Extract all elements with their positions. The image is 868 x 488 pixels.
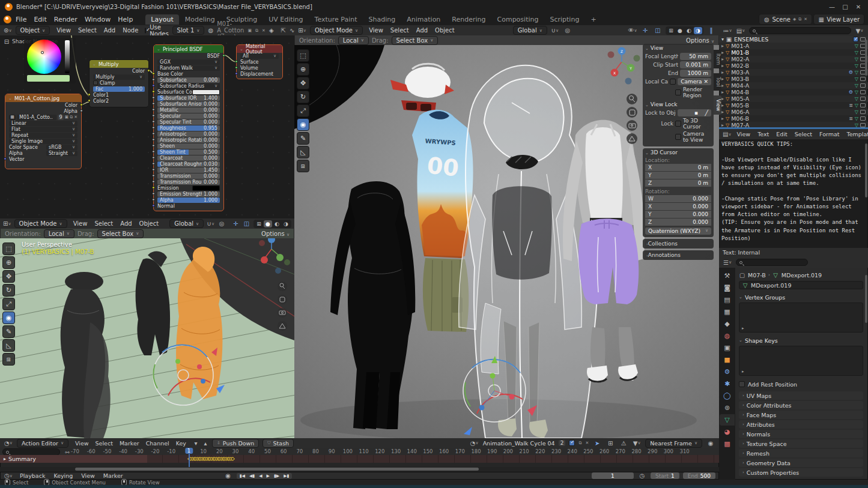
image-fake-user-icon[interactable]: ▣ [65,115,69,119]
frame-start-field[interactable]: Start1 [651,472,679,479]
properties-tab-particles-icon[interactable]: ✱ [720,378,735,390]
tool-cursor-button[interactable]: ⊕ [2,256,15,269]
workspace-tab-scripting[interactable]: Scripting [544,14,584,25]
cursor-axis-y[interactable]: Y0.000 [645,211,711,218]
menu-file[interactable]: File [13,15,29,24]
bsdf-row-specular[interactable]: Specular0.000 [154,113,223,119]
scene-pin-icon[interactable]: ◈ [793,17,796,22]
panel-texture-space[interactable]: ›Texture Space [739,439,863,448]
menu-view[interactable]: View [72,439,92,447]
jump-to-end-button[interactable]: ▶▮ [282,473,291,479]
outliner-scrollbar[interactable] [865,40,867,76]
field-end[interactable]: 1000 m [680,70,711,77]
view-panel-header[interactable]: ⌄ View [645,45,711,51]
breadcrumb-data[interactable]: MDexport.019 [782,272,822,279]
field-clip-start[interactable]: 0.001 m [680,61,711,68]
properties-tab-view-layer-icon[interactable]: ▦ [720,306,735,318]
menu-node[interactable]: Node [120,26,141,34]
image-name-field[interactable]: M01-A_Cotto.. [17,115,56,120]
properties-search-input[interactable] [736,259,808,266]
outliner-item-m06-a[interactable]: ▸▽M06-A▽ [719,109,868,115]
menu-add[interactable]: Add [117,220,135,227]
lock-3d-cursor-checkbox[interactable] [675,121,681,127]
menu-key[interactable]: Key [173,439,189,447]
maximize-button[interactable]: □ [840,2,850,11]
select-flat[interactable]: Flat∨ [9,127,77,132]
text-scrollbar[interactable] [865,143,867,197]
object-visibility-icon[interactable]: 👁∨ [628,26,637,35]
orientation-select[interactable]: Local∨ [44,229,74,238]
shading-rendered-icon[interactable]: ◑ [694,27,702,34]
menu-channel[interactable]: Channel [143,439,172,447]
camera-field[interactable]: Camera ✕ [678,78,711,85]
layer-up-icon[interactable]: ▾ [193,439,199,447]
add-rest-position-checkbox[interactable] [739,381,745,387]
options-button[interactable]: Options ∨ [686,37,714,44]
properties-tab-scene-icon[interactable]: ◆ [720,318,735,330]
bsdf-row-sheen[interactable]: Sheen0.000 [154,143,223,149]
screen-visibility-icon[interactable] [860,90,866,94]
display-mode-icon[interactable]: ▤∨ [736,26,745,35]
bsdf-row-base-color[interactable]: Base Color [154,71,223,77]
cursor-panel-header[interactable]: ⌄ 3D Cursor [645,149,711,155]
menu-window[interactable]: Window [82,15,114,24]
only-selected-icon[interactable]: ➤ [592,439,602,447]
screen-visibility-icon[interactable] [860,103,866,107]
unlink-material-icon[interactable]: ✕ [262,28,266,33]
sidebar-tab-item[interactable]: Item [714,50,721,68]
play-reverse-button[interactable]: ◀ [257,473,264,479]
editor-type-dopesheet-icon[interactable]: ◔∨ [4,439,13,447]
use-nodes-checkbox[interactable] [145,28,146,34]
properties-tab-texture-icon[interactable]: ▩ [720,438,735,450]
properties-tab-output-icon[interactable]: ▤ [720,294,735,306]
tool-add-cube-button[interactable]: ⧈ [297,160,309,172]
bsdf-row-transmission-roughness[interactable]: Transmission Roughness0.000 [154,179,223,185]
workspace-tab-shading[interactable]: Shading [363,14,401,25]
panel-annotations[interactable]: ›Annotations [643,250,714,260]
sports-jersey[interactable]: 00 WRYWPS [412,110,473,258]
blend-mode-select[interactable]: Multiply∨ [93,74,145,80]
sidebar-tab-view[interactable]: View [714,95,721,115]
mode-selector[interactable]: Object Mode∨ [14,219,67,228]
screen-visibility-icon[interactable] [860,97,866,101]
output-target-select[interactable]: All∨ [240,53,279,59]
editor-type-text-icon[interactable]: ▤∨ [723,130,732,139]
tool-scale-button[interactable]: ⤢ [297,104,309,117]
multiply-node[interactable]: ⌄Multiply Color Multiply∨ Clamp Fac1.000… [89,59,149,107]
outliner-item-m05-b[interactable]: ▸▽M05-B≣▽ [719,102,868,109]
select-single-image[interactable]: Single Image∨ [9,139,77,144]
tool-rotate-button[interactable]: ↻ [2,284,15,297]
screen-visibility-icon[interactable] [860,83,866,88]
bsdf-row-clearcoat-roughness[interactable]: Clearcoat Roughness0.030 [154,161,223,167]
menu-render[interactable]: Render [51,15,80,24]
select-linear[interactable]: Linear∨ [9,121,77,126]
menu-edit[interactable]: Edit [31,15,49,24]
image-texture-node[interactable]: ⌄M01-A_Cotton.jpg Color Alpha ▦ M01-A_Co… [5,94,82,169]
workspace-tab--[interactable]: + [585,14,601,25]
image-open-icon[interactable]: ⧉ [70,115,73,119]
pause-icon[interactable]: ‖ [706,26,716,35]
bsdf-row-subsurface[interactable]: Subsurface0.000 [154,77,223,83]
options-button[interactable]: Options ∨ [261,230,290,237]
show-errors-icon[interactable]: ⚠ [619,439,628,447]
menu-view[interactable]: View [366,26,386,34]
editor-type-properties-icon[interactable]: ☰∨ [723,258,732,267]
drag-select[interactable]: Select Box∨ [97,229,144,238]
bsdf-row-ggx[interactable]: GGX∨ [154,59,223,65]
overlays-toggle-icon[interactable]: ◫ [243,220,250,228]
snap-magnet-icon[interactable]: ∪∨ [207,220,214,228]
screen-visibility-icon[interactable] [860,77,866,81]
tool-transform-button[interactable]: ◉ [297,118,309,131]
auto-keying-icon[interactable]: ◉ [223,472,233,480]
bsdf-row-metallic[interactable]: Metallic0.000 [154,107,223,113]
outliner-item-m04-b[interactable]: ▸▽M04-B⚙▽ [719,89,868,95]
transform-orientation[interactable]: Global∨ [513,26,547,35]
menu-text[interactable]: Text [754,130,772,138]
menu-edit[interactable]: Edit [773,130,790,138]
outliner-item-m06-b[interactable]: ▸▽M06-B≣▽ [719,115,868,122]
overlays-toggle-icon[interactable]: ◫ [653,26,663,35]
color-swatch-emission[interactable] [192,185,220,191]
scene-unlink-icon[interactable]: ✕ [804,17,807,22]
tool-move-button[interactable]: ✥ [297,77,309,89]
drag-select[interactable]: Select Box∨ [392,36,439,45]
